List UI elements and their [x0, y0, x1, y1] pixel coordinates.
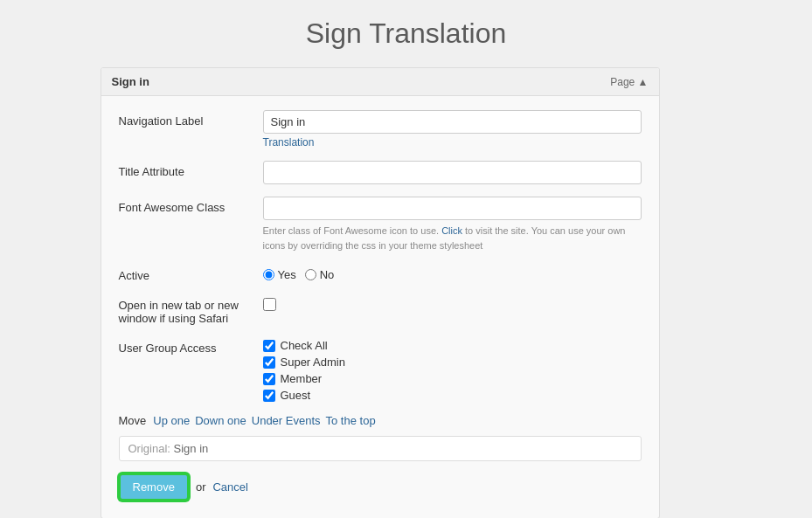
- group-check-all-label: Check All: [281, 339, 328, 352]
- group-member[interactable]: Member: [263, 372, 642, 385]
- nav-label-input[interactable]: [263, 110, 642, 134]
- original-value: Sign in: [174, 442, 209, 455]
- user-group-row: User Group Access Check All Super Admin: [119, 337, 642, 402]
- translation-link[interactable]: Translation: [263, 136, 315, 148]
- active-yes-label[interactable]: Yes: [263, 268, 296, 281]
- move-under-events[interactable]: Under Events: [252, 414, 321, 427]
- nav-label-row: Navigation Label Translation: [119, 110, 642, 148]
- cancel-link[interactable]: Cancel: [212, 480, 247, 494]
- active-field: Yes No: [263, 265, 642, 281]
- move-to-top[interactable]: To the top: [326, 414, 376, 427]
- form-panel: Sign in Page ▲ Navigation Label Translat…: [101, 67, 660, 518]
- new-tab-field: [263, 294, 642, 314]
- font-awesome-link[interactable]: Click: [441, 225, 462, 236]
- group-super-admin-checkbox[interactable]: [263, 356, 275, 369]
- group-check-all-checkbox[interactable]: [263, 340, 275, 352]
- move-label: Move: [119, 414, 147, 427]
- active-row: Active Yes No: [119, 265, 642, 282]
- title-attr-field: [263, 161, 642, 184]
- active-no-label[interactable]: No: [305, 268, 335, 281]
- group-member-checkbox[interactable]: [263, 373, 275, 385]
- group-guest-label: Guest: [281, 389, 311, 402]
- move-down-one[interactable]: Down one: [195, 414, 246, 427]
- font-awesome-row: Font Awesome Class Enter class of Font A…: [119, 197, 642, 252]
- user-group-label: User Group Access: [119, 337, 263, 355]
- title-attr-label: Title Attribute: [119, 161, 263, 178]
- font-awesome-input[interactable]: [263, 197, 642, 220]
- active-label: Active: [119, 265, 263, 282]
- group-guest-checkbox[interactable]: [263, 390, 275, 402]
- active-yes-radio[interactable]: [263, 269, 274, 280]
- nav-label-text: Navigation Label: [119, 110, 263, 128]
- font-awesome-label: Font Awesome Class: [119, 197, 263, 214]
- group-guest[interactable]: Guest: [263, 389, 642, 402]
- group-member-label: Member: [281, 372, 323, 385]
- group-check-all[interactable]: Check All: [263, 339, 642, 352]
- page-toggle[interactable]: Page ▲: [610, 76, 648, 88]
- remove-button[interactable]: Remove: [119, 473, 189, 501]
- active-no-text: No: [320, 268, 335, 281]
- group-super-admin[interactable]: Super Admin: [263, 356, 642, 369]
- action-separator: or: [196, 480, 206, 494]
- original-label: Original:: [128, 442, 170, 455]
- original-box: Original: Sign in: [119, 436, 642, 461]
- title-attr-input[interactable]: [263, 161, 642, 184]
- move-row: Move Up one Down one Under Events To the…: [119, 414, 642, 427]
- font-awesome-hint: Enter class of Font Awesome icon to use.…: [263, 224, 642, 252]
- action-row: Remove or Cancel: [119, 473, 642, 501]
- new-tab-label: Open in new tab or new window if using S…: [119, 294, 263, 325]
- group-super-admin-label: Super Admin: [281, 356, 345, 369]
- user-group-field: Check All Super Admin Member Guest: [263, 337, 642, 402]
- section-body: Navigation Label Translation Title Attri…: [101, 96, 659, 518]
- user-group-checkboxes: Check All Super Admin Member Guest: [263, 337, 642, 402]
- section-header: Sign in Page ▲: [101, 68, 659, 96]
- title-attr-row: Title Attribute: [119, 161, 642, 184]
- page-label: Page: [610, 76, 635, 88]
- page-title: Sign Translation: [101, 17, 712, 50]
- new-tab-row: Open in new tab or new window if using S…: [119, 294, 642, 325]
- active-radio-group: Yes No: [263, 265, 642, 281]
- move-up-one[interactable]: Up one: [153, 414, 190, 427]
- nav-label-field: Translation: [263, 110, 642, 148]
- active-no-radio[interactable]: [305, 269, 316, 280]
- font-awesome-field: Enter class of Font Awesome icon to use.…: [263, 197, 642, 252]
- new-tab-checkbox[interactable]: [263, 298, 276, 311]
- active-yes-text: Yes: [278, 268, 296, 281]
- section-title: Sign in: [112, 75, 149, 88]
- page-arrow: ▲: [638, 76, 649, 88]
